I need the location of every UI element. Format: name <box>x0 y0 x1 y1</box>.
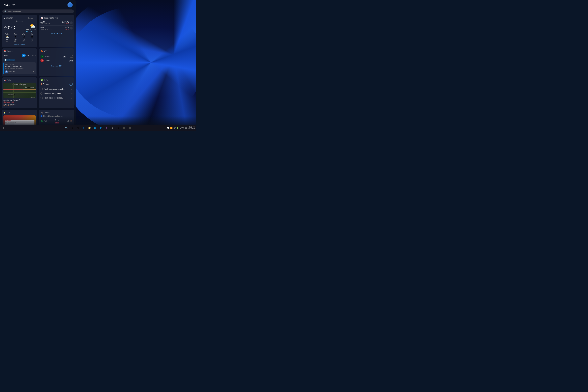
taskbar-vs-button[interactable]: ⊕ <box>104 125 109 130</box>
cal-refresh-icon[interactable]: ↻ <box>33 71 34 73</box>
todo-item-0: Patch new,open,save,edi... ☆ <box>40 87 73 91</box>
cal-attendee-avatar: LH <box>5 70 8 73</box>
taskbar-vscode-button[interactable]: ◧ <box>98 125 103 130</box>
house-icon: 🏠 <box>40 83 43 85</box>
calendar-event[interactable]: 7:00 PM 2 hrs Microsoft Suzhou Toa... Su… <box>3 62 35 74</box>
todo-text-2: Patch install bootstrapp... <box>44 97 63 99</box>
network-icon[interactable]: 📶 <box>170 127 173 129</box>
taskbar-app2-button[interactable]: ⬛ <box>127 125 132 130</box>
taskbar-calc-button[interactable]: 🖩 <box>115 125 121 130</box>
widgets-grid: 🌤 Weather 6m ago ··· Singapore 30°C ⛅ Mo… <box>0 15 76 125</box>
taskbar-edge-button[interactable]: ◈ <box>81 125 86 130</box>
todo-item-1: Validation file by name ☆ <box>40 91 73 96</box>
calendar-day-28[interactable]: 28 <box>22 54 26 57</box>
panel-avatar[interactable]: 👤 <box>67 2 73 8</box>
tips-thumb-bg: PowerPoint Build your presentation skill… <box>3 115 35 125</box>
forecast-day-3: Thu 🌥 31° 26° <box>28 33 35 42</box>
panel-time: 6:33 PM <box>3 3 15 7</box>
bucks-logo: B <box>40 55 44 58</box>
taskbar-multitask-button[interactable]: ⧉ <box>75 125 80 130</box>
see-full-forecast-link[interactable]: See full forecast <box>3 44 35 45</box>
calendar-day-29[interactable]: 29 <box>26 54 30 57</box>
map-label-marina: Marina Bay Cruise Centre <box>12 84 26 85</box>
tips-widget: 💡 Tips ··· PowerPoint Build your present… <box>2 110 37 125</box>
forecast-day-2: Wed 🌤 31° 27° <box>20 33 27 42</box>
esports-team1-icon-0: 🐉 <box>40 120 43 122</box>
stocks-more-button[interactable]: ··· <box>71 17 73 19</box>
traffic-map[interactable]: Marina Bay Cruise Centre Brani Island Mo… <box>3 82 35 98</box>
esports-league-icon-0: L <box>40 115 42 117</box>
keyboard-icon[interactable]: ⌨ <box>185 127 187 129</box>
todo-star-0[interactable]: ☆ <box>71 88 73 90</box>
see-more-nba-link[interactable]: See more NBA <box>40 65 73 67</box>
traffic-status-1: Moderate traffic <box>3 101 35 103</box>
esports-more-button[interactable]: ··· <box>71 112 73 114</box>
search-icon: 🔍 <box>4 10 6 12</box>
wechat-icon[interactable]: 💬 <box>167 127 169 129</box>
todo-star-1[interactable]: ☆ <box>71 92 73 95</box>
esports-team2-0: V5 🦅 <box>67 120 73 122</box>
stock-item-gme: GME GAMESTOP CO... 209.51 -1.32% + <box>40 26 73 31</box>
taskbar-app1-button[interactable]: ⬛ <box>121 125 126 130</box>
nba-team-hawks: H Hawks 102 <box>40 59 73 63</box>
battery-icon[interactable]: 🔋 <box>177 127 179 129</box>
taskbar-widget-button[interactable]: ⊞ <box>1 125 6 130</box>
weather-main: 30°C ⛅ Mostly cloudy 💧 22% <box>3 23 35 32</box>
taskbar: ⊞ 🔍 ⊞ ⧉ ◈ 📁 🌐 ◧ ⊕ ⚙ 🖩 ⬛ ⬛ 💬 📶 🔊 🔋 ENG ⌨ … <box>0 125 196 131</box>
nba-game: B Bucks 113 Final Jun 28 H Hawks <box>40 54 73 64</box>
calendar-chevron-icon[interactable]: › <box>35 54 35 56</box>
search-input[interactable] <box>8 10 72 12</box>
nba-bucks-info: B Bucks <box>40 55 49 58</box>
todo-more-button[interactable]: ··· <box>71 79 73 82</box>
todo-widget: ✅ To Do ··· 🏠 Tasks ▾ + Patch new,open,s… <box>39 78 74 108</box>
taskbar-clock[interactable]: 6:33 PM 6/28/2021 <box>188 126 195 130</box>
stock-name-1: GAMESTOP CO... <box>40 28 52 30</box>
taskbar-widgets-button[interactable]: ⊞ <box>70 125 75 130</box>
nba-team-bucks: B Bucks 113 Final Jun 28 <box>40 55 73 59</box>
todo-checkbox-1[interactable] <box>40 92 43 95</box>
taskbar-edge2-button[interactable]: 🌐 <box>93 125 98 130</box>
nba-more-button[interactable]: ··· <box>71 50 73 52</box>
taskbar-settings-button[interactable]: ⚙ <box>110 125 115 130</box>
search-bar[interactable]: 🔍 <box>2 10 74 13</box>
stock-ticker-1: GME <box>40 26 52 28</box>
cal-event-footer: LH Lukas Hu ↻ <box>5 70 34 73</box>
tips-more-button[interactable]: ··· <box>34 112 35 114</box>
tasks-chevron-icon: ▾ <box>48 84 49 85</box>
clock-icon: 🕐 <box>5 59 6 61</box>
go-to-watchlist-link[interactable]: Go to watchlist <box>40 32 73 35</box>
esports-team1-0: 🐉 RW <box>40 120 47 122</box>
calendar-day-30[interactable]: 30 <box>30 54 34 57</box>
stocks-title: 📈 Suggested for you <box>40 17 57 19</box>
hawks-logo: H <box>40 59 44 62</box>
language-label[interactable]: ENG <box>180 127 184 129</box>
hawks-name: Hawks <box>45 60 50 62</box>
stock-add-0[interactable]: + <box>70 22 73 24</box>
calendar-icon: 📅 <box>3 50 6 52</box>
panel-header: 6:33 PM 👤 <box>0 0 76 8</box>
esports-widget: 🎮 Esports ··· L 2021 LoL Pro League Summ… <box>39 110 74 125</box>
nba-status: Final Jun 28 <box>68 55 73 58</box>
add-task-button[interactable]: + <box>69 82 73 86</box>
todo-checkbox-2[interactable] <box>40 97 43 99</box>
stock-price-1: 209.51 <box>63 26 69 28</box>
traffic-road-name: Ang Mo Kio Avenue 3 <box>3 99 35 101</box>
tips-icon: 💡 <box>3 112 6 114</box>
taskbar-search-button[interactable]: 🔍 <box>64 125 69 130</box>
todo-tasks-header: 🏠 Tasks ▾ + <box>40 82 73 86</box>
traffic-more-button[interactable]: ··· <box>34 79 35 82</box>
stocks-icon: 📈 <box>40 17 43 19</box>
map-label-merapoh: Mount Serapong <box>25 87 34 88</box>
calendar-more-button[interactable]: ··· <box>34 50 35 52</box>
esports-match-0: 🐉 RW 0 - 0 LIVE V5 🦅 <box>40 118 73 124</box>
taskbar-explorer-button[interactable]: 📁 <box>87 125 92 130</box>
todo-star-2[interactable]: ☆ <box>71 97 73 99</box>
stock-price-0: 3,401.46 <box>62 21 69 23</box>
calendar-month: June <box>3 54 7 56</box>
weather-more-button[interactable]: ··· <box>34 17 35 19</box>
todo-checkbox-0[interactable] <box>40 88 43 90</box>
map-copyright: © 2021 TomTom <box>28 97 35 98</box>
weather-title: 🌤 Weather <box>3 17 13 19</box>
stock-add-1[interactable]: + <box>70 27 73 30</box>
volume-icon[interactable]: 🔊 <box>173 127 176 129</box>
